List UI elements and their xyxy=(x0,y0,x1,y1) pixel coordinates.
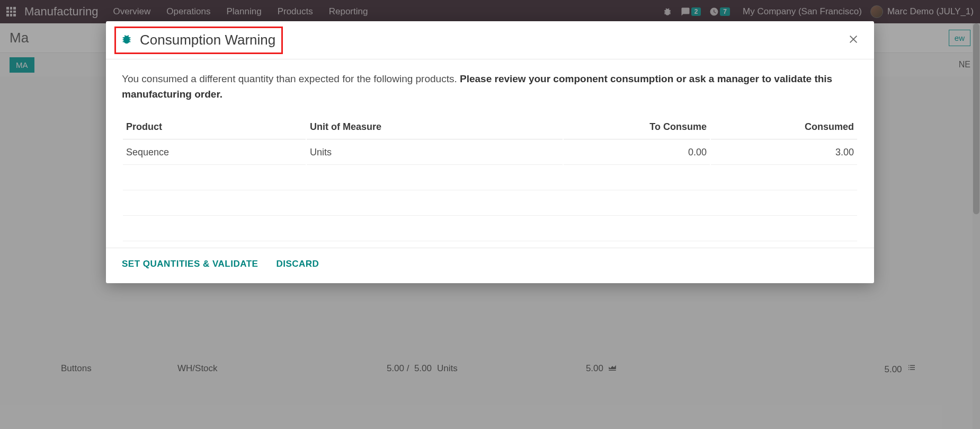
modal-header: Consumption Warning xyxy=(106,21,874,59)
close-icon[interactable] xyxy=(848,33,859,47)
modal-title: Consumption Warning xyxy=(140,32,275,48)
warning-text: You consumed a different quantity than e… xyxy=(122,71,858,102)
col-product: Product xyxy=(123,115,306,139)
col-to-consume: To Consume xyxy=(564,115,710,139)
cell-consumed: 3.00 xyxy=(711,141,857,165)
table-row: Sequence Units 0.00 3.00 xyxy=(123,141,857,165)
consumption-table: Product Unit of Measure To Consume Consu… xyxy=(122,114,858,242)
empty-row xyxy=(123,191,857,216)
modal-overlay: Consumption Warning You consumed a diffe… xyxy=(0,0,980,429)
bug-icon xyxy=(121,33,132,47)
cell-uom: Units xyxy=(307,141,563,165)
modal-body: You consumed a different quantity than e… xyxy=(106,59,874,248)
warning-text-plain: You consumed a different quantity than e… xyxy=(122,73,460,84)
cell-to-consume: 0.00 xyxy=(564,141,710,165)
col-consumed: Consumed xyxy=(711,115,857,139)
empty-row xyxy=(123,166,857,190)
discard-button[interactable]: DISCARD xyxy=(276,259,319,269)
col-uom: Unit of Measure xyxy=(307,115,563,139)
consumption-warning-modal: Consumption Warning You consumed a diffe… xyxy=(106,21,874,283)
empty-row xyxy=(123,217,857,241)
modal-footer: SET QUANTITIES & VALIDATE DISCARD xyxy=(106,248,874,283)
cell-product: Sequence xyxy=(123,141,306,165)
set-quantities-validate-button[interactable]: SET QUANTITIES & VALIDATE xyxy=(122,259,258,269)
